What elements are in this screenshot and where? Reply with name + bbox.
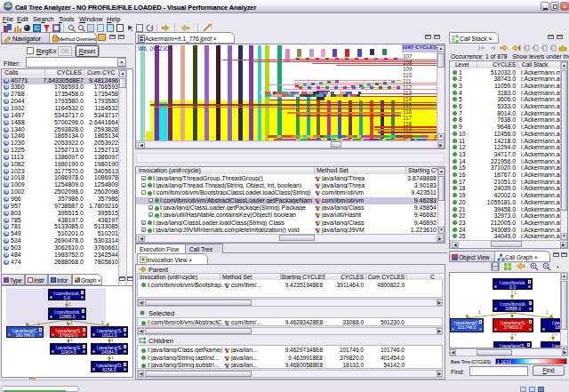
svg-text:C: C <box>35 25 39 31</box>
svg-text:1: 1 <box>546 309 549 315</box>
svg-text:1: 1 <box>514 290 517 295</box>
svg-text:1: 1 <box>111 355 114 360</box>
svg-text:1: 1 <box>68 301 71 307</box>
svg-text:1: 1 <box>478 309 481 315</box>
svg-text:1: 1 <box>101 320 104 325</box>
svg-text:1: 1 <box>70 320 73 325</box>
